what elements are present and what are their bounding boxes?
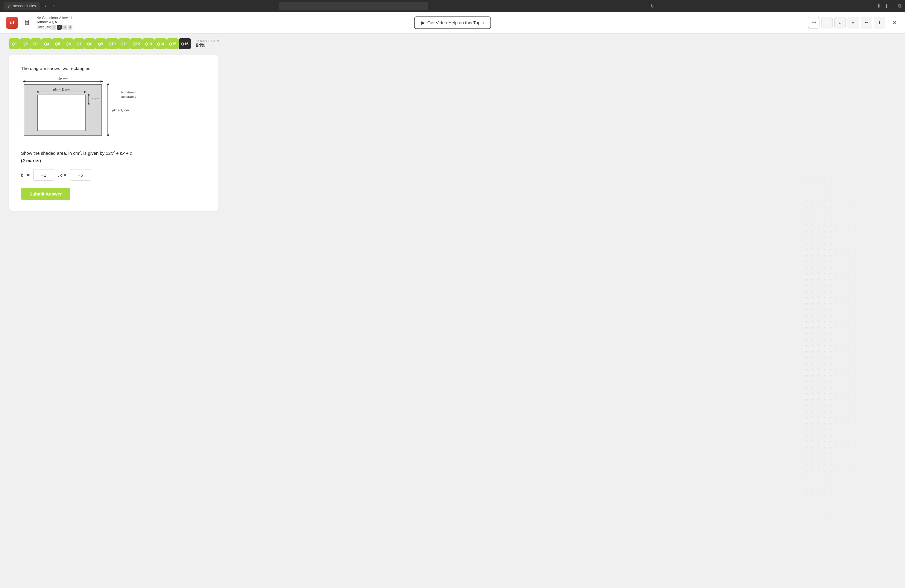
q5-button[interactable]: Q5 — [52, 38, 63, 49]
b-label: b — [21, 172, 23, 178]
q2-button[interactable]: Q2 — [20, 38, 30, 49]
circle-tool-button[interactable]: ○ — [834, 17, 846, 29]
text-tool-button[interactable]: T — [874, 17, 885, 29]
q16-button[interactable]: Q16 — [179, 38, 191, 49]
df-logo: df — [6, 17, 18, 29]
question-nav-row: Q1 Q2 Q3 Q4 Q5 Q6 Q7 Q8 Q9 Q10 Q11 Q12 Q… — [0, 33, 905, 49]
difficulty-dot-3: 3 — [62, 25, 67, 30]
q9-button[interactable]: Q9 — [95, 38, 106, 49]
completion-label: COMPLETION — [196, 39, 219, 43]
q15-button[interactable]: Q15 — [167, 38, 179, 49]
q12-button[interactable]: Q12 — [130, 38, 143, 49]
q4-button[interactable]: Q4 — [41, 38, 52, 49]
tab-label: school studies — [13, 4, 36, 8]
marker-tool-button[interactable]: ✒ — [861, 17, 872, 29]
angle-tool-button[interactable]: ⌐ — [848, 17, 859, 29]
difficulty-dot-4: 4 — [68, 25, 72, 30]
difficulty-dot-1: 1 — [51, 25, 56, 30]
pen-tool-button[interactable]: ✏ — [808, 17, 819, 29]
calc-label: No Calculator Allowed — [37, 16, 72, 20]
q1-button[interactable]: Q1 — [9, 38, 20, 49]
completion-value: 94% — [196, 43, 219, 48]
meta-info: No Calculator Allowed Author: AQA Diffic… — [37, 16, 72, 30]
logo-text: df — [10, 20, 14, 25]
header-tools: ✏ — ○ ⌐ ✒ T ✕ — [808, 17, 899, 29]
windows-icon[interactable]: ⧉ — [898, 3, 902, 9]
tab-favicon: 🎓 — [8, 5, 11, 8]
diagram-svg: 3x cm (6x − 3) cm 2 cm — [21, 77, 150, 143]
b-input[interactable] — [33, 169, 54, 181]
diagram-container: 3x cm (6x − 3) cm 2 cm — [21, 77, 206, 143]
back-button[interactable]: ‹ — [43, 2, 48, 10]
content-left: The diagram shows two rectangles. — [0, 49, 803, 588]
dotted-panel — [803, 49, 905, 588]
submit-answer-button[interactable]: Submit Answer — [21, 188, 70, 200]
answer-row: b = , c = — [21, 169, 206, 181]
close-button[interactable]: ✕ — [889, 18, 899, 27]
new-tab-icon[interactable]: + — [892, 3, 894, 9]
svg-text:2 cm: 2 cm — [92, 97, 99, 101]
video-help-label: Get Video Help on this Topic — [427, 20, 484, 25]
c-input[interactable] — [70, 169, 91, 181]
q13-button[interactable]: Q13 — [143, 38, 155, 49]
forward-button[interactable]: › — [51, 2, 56, 10]
svg-text:(6x − 3) cm: (6x − 3) cm — [53, 88, 70, 91]
marks-text: (2 marks) — [21, 158, 206, 163]
b-equals: = — [27, 172, 30, 178]
author-label: Author: AQA — [37, 20, 72, 24]
svg-text:Not drawn: Not drawn — [121, 91, 136, 94]
question-card: The diagram shows two rectangles. — [9, 55, 219, 211]
reload-icon[interactable]: ↻ — [651, 3, 654, 9]
header-center: ▶ Get Video Help on this Topic — [414, 16, 491, 29]
svg-text:3x cm: 3x cm — [58, 77, 68, 81]
difficulty-area: Difficulty: 1 2 3 4 — [37, 25, 72, 30]
svg-text:accurately: accurately — [121, 95, 137, 99]
calculator-icon: 🖩 — [24, 19, 30, 27]
q10-button[interactable]: Q10 — [106, 38, 118, 49]
video-icon: ▶ — [421, 20, 425, 25]
svg-text:(4x + 1) cm: (4x + 1) cm — [112, 108, 129, 112]
address-bar[interactable] — [279, 2, 428, 10]
q6-button[interactable]: Q6 — [63, 38, 74, 49]
show-text: Show the shaded area, in cm2, is given b… — [21, 150, 206, 156]
logo-area: df — [6, 17, 18, 29]
share-icon[interactable]: ⬆ — [884, 3, 888, 9]
svg-rect-3 — [37, 95, 85, 131]
completion-info: COMPLETION 94% — [196, 39, 219, 48]
q8-button[interactable]: Q8 — [84, 38, 95, 49]
q14-button[interactable]: Q14 — [154, 38, 167, 49]
q11-button[interactable]: Q11 — [118, 38, 130, 49]
difficulty-dot-2: 2 — [57, 25, 62, 30]
line-tool-button[interactable]: — — [821, 17, 833, 29]
video-help-button[interactable]: ▶ Get Video Help on this Topic — [414, 16, 491, 29]
q3-button[interactable]: Q3 — [30, 38, 41, 49]
comma-c-label: , c = — [58, 172, 67, 178]
question-description: The diagram shows two rectangles. — [21, 66, 206, 71]
difficulty-label: Difficulty: — [37, 25, 51, 29]
download-icon[interactable]: ⬇ — [877, 3, 881, 9]
q7-button[interactable]: Q7 — [74, 38, 84, 49]
